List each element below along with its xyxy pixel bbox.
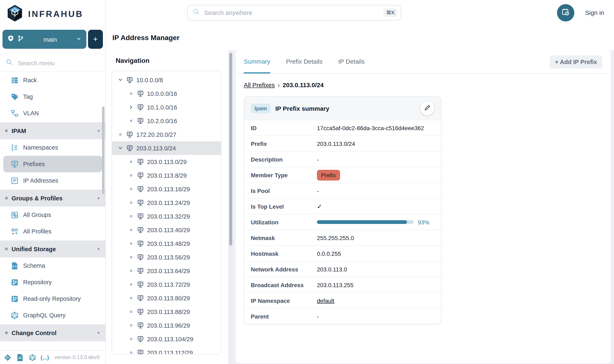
sidebar-item-label: VLAN: [23, 110, 39, 117]
leaf-dot-icon[interactable]: [129, 215, 134, 217]
navigation-scrollbar[interactable]: [229, 51, 233, 364]
summary-row-parent: Parent-: [244, 308, 441, 324]
global-search[interactable]: ⌘K: [187, 5, 401, 20]
sidebar-item-graphql-query[interactable]: GraphQL Query: [0, 307, 105, 324]
tree-item-203-0-113-0-29[interactable]: IP203.0.113.0/29: [112, 155, 221, 169]
tree-item-203-0-113-0-24[interactable]: IP203.0.113.0/24: [112, 141, 221, 155]
leaf-dot-icon[interactable]: [118, 133, 123, 135]
graphql-icon[interactable]: [29, 354, 36, 361]
row-label: Utilization: [251, 219, 317, 225]
leaf-dot-icon[interactable]: [129, 120, 134, 122]
ip-network-icon: IP: [137, 186, 144, 192]
document-icon[interactable]: [16, 354, 24, 361]
tree-item-203-0-113-24-29[interactable]: IP203.0.113.24/29: [112, 196, 221, 209]
leaf-dot-icon[interactable]: [129, 256, 134, 258]
sidebar-section-ipam[interactable]: IPAM▼: [0, 122, 105, 139]
leaf-dot-icon[interactable]: [129, 297, 134, 299]
namespace-link[interactable]: default: [317, 297, 334, 304]
tree-item-10-1-0-0-16[interactable]: IP10.1.0.0/16: [112, 100, 221, 114]
sidebar-section-change-control[interactable]: Change Control▼: [0, 324, 105, 341]
tree-item-203-0-113-72-29[interactable]: IP203.0.113.72/29: [112, 278, 221, 291]
braces-icon[interactable]: {...}: [41, 354, 48, 361]
sidebar-item-rack[interactable]: Rack: [0, 72, 105, 88]
tree-item-203-0-113-40-29[interactable]: IP203.0.113.40/29: [112, 223, 221, 237]
sign-in-button[interactable]: Sign in: [585, 9, 604, 16]
sidebar-item-namespaces[interactable]: Namespaces: [0, 139, 105, 156]
breadcrumb-all-prefixes-link[interactable]: All Prefixes: [244, 81, 275, 88]
tab-prefix-details[interactable]: Prefix Details: [286, 51, 323, 74]
sidebar-item-ip-addresses[interactable]: IPIP Addresses: [0, 172, 105, 189]
git-icon[interactable]: [4, 354, 11, 361]
sidebar-item-repository[interactable]: Repository: [0, 274, 105, 290]
tree-item-label: 172.20.20.0/27: [136, 131, 176, 138]
schedule-avatar-button[interactable]: [557, 4, 574, 21]
tree-item-203-0-113-104-29[interactable]: IP203.0.113.104/29: [112, 332, 221, 346]
brand-logo[interactable]: INFRAHUB: [0, 0, 105, 26]
leaf-dot-icon[interactable]: [129, 174, 134, 176]
sidebar-section-groups-profiles[interactable]: Groups & Profiles▼: [0, 190, 105, 207]
tree-item-label: 203.0.113.56/29: [147, 254, 190, 260]
tree-item-203-0-113-8-29[interactable]: IP203.0.113.8/29: [112, 169, 221, 182]
branch-selector[interactable]: main: [2, 30, 86, 49]
sidebar-section-unified-storage[interactable]: Unified Storage▼: [0, 240, 105, 257]
tree-item-10-0-0-0-16[interactable]: IP10.0.0.0/16: [112, 87, 221, 100]
row-value: 255.255.255.0: [317, 234, 354, 241]
chevron-down-icon[interactable]: [118, 78, 123, 82]
row-value: 17cca5af-0dc2-86da-3cca-c516d4eee362: [317, 125, 424, 131]
leaf-dot-icon[interactable]: [129, 284, 134, 286]
leaf-dot-icon[interactable]: [129, 311, 134, 313]
sidebar-item-label: Prefixes: [23, 161, 45, 167]
leaf-dot-icon[interactable]: [129, 188, 134, 190]
tree-item-10-0-0-0-8[interactable]: IP10.0.0.0/8: [112, 73, 221, 87]
chevron-down-icon[interactable]: [118, 146, 123, 150]
leaf-dot-icon[interactable]: [129, 243, 134, 245]
leaf-dot-icon[interactable]: [129, 324, 134, 326]
tab-ip-details[interactable]: IP Details: [338, 51, 365, 74]
edit-button[interactable]: [420, 101, 434, 115]
tab-bar: SummaryPrefix DetailsIP Details+ Add IP …: [235, 51, 611, 74]
tree-item-203-0-113-48-29[interactable]: IP203.0.113.48/29: [112, 237, 221, 250]
sidebar-item-all-groups[interactable]: All Groups: [0, 207, 105, 223]
utilization-percent: 93%: [418, 219, 429, 225]
sidebar-search-input[interactable]: [17, 59, 100, 67]
add-branch-button[interactable]: +: [88, 30, 103, 49]
sidebar-item-prefixes[interactable]: IPPrefixes: [3, 156, 102, 172]
sidebar-item-tag[interactable]: Tag: [0, 88, 105, 105]
leaf-dot-icon[interactable]: [129, 202, 134, 204]
global-search-input[interactable]: [203, 9, 380, 16]
sidebar-item-schema[interactable]: Schema: [0, 257, 105, 274]
tree-item-203-0-113-96-29[interactable]: IP203.0.113.96/29: [112, 319, 221, 332]
sidebar-item-label: Namespaces: [23, 144, 58, 151]
leaf-dot-icon[interactable]: [129, 270, 134, 272]
chevron-right-icon[interactable]: [129, 105, 134, 109]
navigation-scrollbar-thumb[interactable]: [229, 53, 232, 246]
tree-item-203-0-113-56-29[interactable]: IP203.0.113.56/29: [112, 250, 221, 264]
leaf-dot-icon[interactable]: [129, 161, 134, 163]
tree-item-10-2-0-0-16[interactable]: IP10.2.0.0/16: [112, 114, 221, 128]
tree-item-203-0-113-88-29[interactable]: IP203.0.113.88/29: [112, 305, 221, 319]
tree-item-203-0-113-16-29[interactable]: IP203.0.113.16/29: [112, 182, 221, 196]
tree-item-203-0-113-32-29[interactable]: IP203.0.113.32/29: [112, 209, 221, 223]
tree-item-203-0-113-64-29[interactable]: IP203.0.113.64/29: [112, 264, 221, 278]
ip-network-icon: IP: [137, 117, 144, 124]
leaf-dot-icon[interactable]: [129, 229, 134, 231]
tree-item-203-0-113-112-29[interactable]: IP203.0.113.112/29: [112, 346, 221, 354]
add-ip-prefix-button[interactable]: + Add IP Prefix: [549, 55, 602, 68]
sidebar-item-all-profiles[interactable]: All Profiles: [0, 223, 105, 240]
sidebar-item-read-only-repository[interactable]: Read-only Repository: [0, 290, 105, 307]
leaf-dot-icon[interactable]: [129, 351, 134, 354]
sidebar-scrollbar[interactable]: [102, 107, 105, 194]
tab-summary[interactable]: Summary: [244, 51, 270, 74]
row-label: Parent: [251, 313, 317, 320]
sidebar-item-vlan[interactable]: VLAN: [0, 105, 105, 121]
tree-item-172-20-20-0-27[interactable]: IP172.20.20.0/27: [112, 128, 221, 141]
tree-item-203-0-113-80-29[interactable]: IP203.0.113.80/29: [112, 291, 221, 305]
svg-text:IP: IP: [139, 269, 142, 272]
breadcrumb-current: 203.0.113.0/24: [283, 81, 324, 88]
section-bullet-icon: [5, 331, 8, 334]
svg-text:IP: IP: [139, 200, 142, 203]
ip-network-icon: IP: [137, 213, 144, 220]
leaf-dot-icon[interactable]: [129, 92, 134, 95]
row-label: Broadcast Address: [251, 282, 317, 288]
leaf-dot-icon[interactable]: [129, 338, 134, 340]
